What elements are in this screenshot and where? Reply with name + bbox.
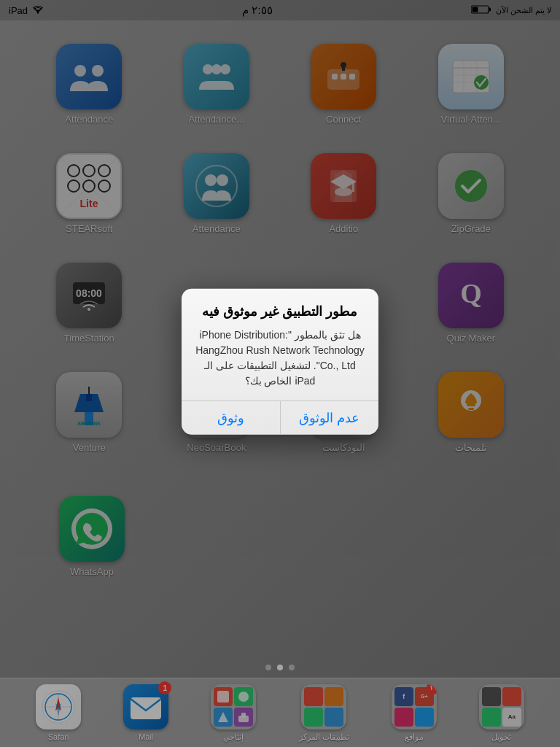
carrier-label: iPad — [9, 5, 28, 16]
status-center: ٢:٥٥ م — [242, 4, 272, 17]
alert-body: مطور التطبيق غير موثوق فيه هل تثق بالمطو… — [182, 289, 378, 400]
status-bar: iPad ٢:٥٥ م لا يتم الشحن الآن — [0, 0, 560, 20]
dont-trust-button[interactable]: عدم الوثوق — [281, 401, 379, 435]
wifi-icon — [32, 5, 44, 16]
alert-dialog: مطور التطبيق غير موثوق فيه هل تثق بالمطو… — [182, 289, 378, 435]
svg-rect-2 — [489, 7, 491, 11]
time-display: ٢:٥٥ م — [242, 4, 272, 17]
trust-button[interactable]: وثوق — [182, 401, 281, 435]
alert-message: هل تثق بالمطور "iPhone Distribution: Han… — [193, 328, 367, 389]
svg-rect-3 — [472, 7, 478, 12]
charging-label: لا يتم الشحن الآن — [496, 6, 551, 15]
svg-point-0 — [37, 12, 39, 13]
battery-icon — [471, 4, 491, 17]
alert-buttons: وثوق عدم الوثوق — [182, 400, 378, 435]
status-right: لا يتم الشحن الآن — [471, 4, 551, 17]
status-left: iPad — [9, 5, 44, 16]
alert-title: مطور التطبيق غير موثوق فيه — [193, 303, 367, 320]
